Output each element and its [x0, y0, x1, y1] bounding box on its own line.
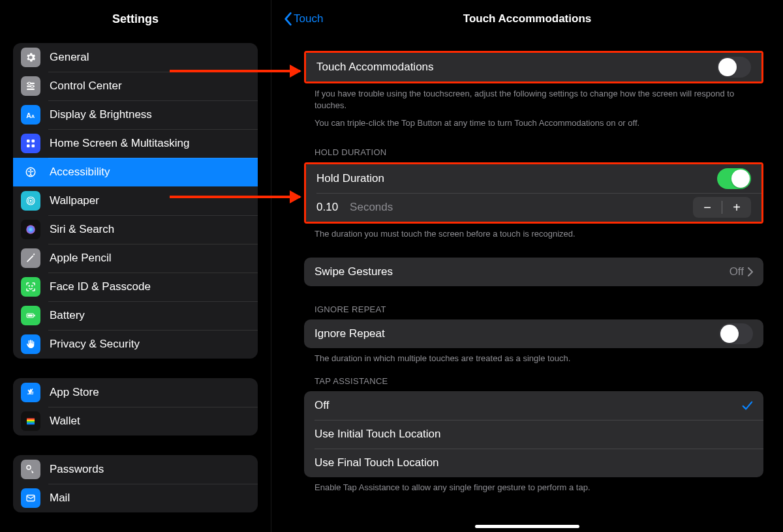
sidebar-item-label: Face ID & Passcode: [50, 280, 151, 293]
hold-duration-unit: Seconds: [350, 201, 393, 214]
sidebar-item-label: Control Center: [50, 80, 122, 93]
mail-icon: [21, 488, 40, 508]
detail-pane: Touch Touch Accommodations Touch Accommo…: [271, 0, 783, 532]
sidebar-group-1: General Control Center AA Display & Brig…: [13, 43, 258, 359]
tap-assistance-option-initial[interactable]: Use Initial Touch Location: [304, 420, 763, 449]
text-size-icon: AA: [21, 105, 40, 125]
tap-assistance-option-label: Use Final Touch Location: [315, 456, 753, 469]
hold-duration-header: HOLD DURATION: [304, 147, 763, 162]
back-button[interactable]: Touch: [283, 12, 323, 26]
tap-assistance-option-final[interactable]: Use Final Touch Location: [304, 449, 763, 477]
sidebar-item-label: Siri & Search: [50, 223, 114, 236]
back-label: Touch: [294, 12, 323, 25]
ignore-repeat-footer: The duration in which multiple touches a…: [304, 348, 763, 364]
hold-duration-value-row: 0.10 Seconds − +: [306, 193, 761, 222]
svg-point-17: [29, 286, 29, 286]
touch-accommodations-footer-2: You can triple-click the Top Button at a…: [304, 111, 763, 129]
sidebar-item-display-brightness[interactable]: AA Display & Brightness: [13, 100, 258, 129]
sidebar-item-label: Battery: [50, 309, 85, 322]
swipe-gestures-row[interactable]: Swipe Gestures Off: [304, 258, 763, 286]
sidebar-item-wallet[interactable]: Wallet: [13, 407, 258, 436]
swipe-gestures-value: Off: [729, 265, 744, 278]
sidebar-item-label: Accessibility: [50, 166, 110, 179]
svg-point-3: [28, 82, 31, 85]
touch-accommodations-toggle[interactable]: [717, 57, 751, 78]
annotation-arrow-1: [170, 70, 300, 72]
touch-accommodations-footer-1: If you have trouble using the touchscree…: [304, 83, 763, 111]
touch-accommodations-row[interactable]: Touch Accommodations: [306, 53, 761, 81]
sidebar-item-control-center[interactable]: Control Center: [13, 72, 258, 100]
sidebar-item-passwords[interactable]: Passwords: [13, 455, 258, 484]
sidebar-item-siri-search[interactable]: Siri & Search: [13, 215, 258, 244]
svg-rect-21: [28, 315, 33, 317]
svg-rect-9: [27, 145, 30, 148]
svg-text:A: A: [31, 113, 35, 119]
sidebar-item-label: Apple Pencil: [50, 252, 112, 265]
siri-icon: [21, 220, 40, 239]
sidebar-item-label: Privacy & Security: [50, 338, 140, 351]
svg-rect-8: [32, 140, 35, 143]
pencil-icon: [21, 248, 40, 268]
touch-accommodations-label: Touch Accommodations: [316, 61, 717, 74]
sidebar-item-label: Passwords: [50, 463, 104, 476]
sidebar-item-face-id[interactable]: Face ID & Passcode: [13, 273, 258, 301]
ignore-repeat-label: Ignore Repeat: [315, 327, 719, 340]
svg-point-4: [31, 85, 33, 88]
stepper-decrement[interactable]: −: [693, 197, 722, 218]
apps-grid-icon: [21, 134, 40, 153]
svg-point-12: [30, 169, 32, 171]
sidebar-item-general[interactable]: General: [13, 43, 258, 72]
svg-point-16: [26, 225, 35, 234]
svg-rect-25: [27, 422, 35, 424]
home-indicator[interactable]: [475, 525, 579, 528]
svg-point-26: [27, 466, 31, 469]
wallet-icon: [21, 411, 40, 431]
key-icon: [21, 460, 40, 479]
sidebar-item-label: Wallet: [50, 415, 80, 428]
sidebar-group-3: Passwords Mail: [13, 455, 258, 512]
accessibility-icon: [21, 162, 40, 182]
hold-duration-toggle[interactable]: [717, 168, 751, 189]
sidebar-item-home-screen[interactable]: Home Screen & Multitasking: [13, 129, 258, 158]
chevron-right-icon: [748, 267, 753, 276]
detail-body: Touch Accommodations If you have trouble…: [271, 38, 783, 532]
sidebar-item-app-store[interactable]: App Store: [13, 378, 258, 407]
svg-rect-7: [27, 140, 30, 143]
ignore-repeat-row[interactable]: Ignore Repeat: [304, 319, 763, 348]
tap-assistance-header: TAP ASSISTANCE: [304, 376, 763, 391]
sidebar-item-mail[interactable]: Mail: [13, 484, 258, 512]
hold-duration-stepper: − +: [693, 197, 751, 218]
settings-sidebar: Settings General Control Center: [0, 0, 271, 532]
ignore-repeat-toggle[interactable]: [719, 323, 753, 344]
annotation-arrow-2: [170, 196, 300, 198]
hold-duration-footer: The duration you must touch the screen b…: [304, 224, 763, 240]
tap-assistance-option-label: Use Initial Touch Location: [315, 428, 753, 441]
sidebar-item-label: General: [50, 51, 89, 64]
sidebar-item-label: App Store: [50, 386, 99, 399]
detail-header: Touch Touch Accommodations: [271, 0, 783, 38]
battery-icon: [21, 306, 40, 325]
app-store-icon: [21, 383, 40, 402]
sliders-icon: [21, 76, 40, 96]
stepper-increment[interactable]: +: [722, 197, 751, 218]
hold-duration-row[interactable]: Hold Duration: [306, 164, 761, 193]
svg-point-15: [30, 200, 32, 202]
hold-duration-value: 0.10: [316, 201, 338, 214]
svg-rect-20: [34, 315, 35, 317]
sidebar-item-battery[interactable]: Battery: [13, 301, 258, 330]
face-id-icon: [21, 277, 40, 297]
sidebar-item-apple-pencil[interactable]: Apple Pencil: [13, 244, 258, 273]
sidebar-body: General Control Center AA Display & Brig…: [0, 38, 271, 532]
chevron-left-icon: [283, 12, 292, 26]
hold-duration-label: Hold Duration: [316, 172, 717, 185]
tap-assistance-footer: Enable Tap Assistance to allow any singl…: [304, 477, 763, 494]
sidebar-item-label: Display & Brightness: [50, 108, 152, 121]
page-title: Touch Accommodations: [271, 12, 783, 25]
svg-point-18: [32, 286, 33, 286]
sidebar-item-privacy-security[interactable]: Privacy & Security: [13, 330, 258, 359]
sidebar-item-wallpaper[interactable]: Wallpaper: [13, 186, 258, 215]
sidebar-item-label: Wallpaper: [50, 194, 99, 207]
sidebar-item-accessibility[interactable]: Accessibility: [13, 158, 258, 186]
sidebar-item-label: Home Screen & Multitasking: [50, 137, 189, 150]
tap-assistance-option-off[interactable]: Off: [304, 391, 763, 420]
